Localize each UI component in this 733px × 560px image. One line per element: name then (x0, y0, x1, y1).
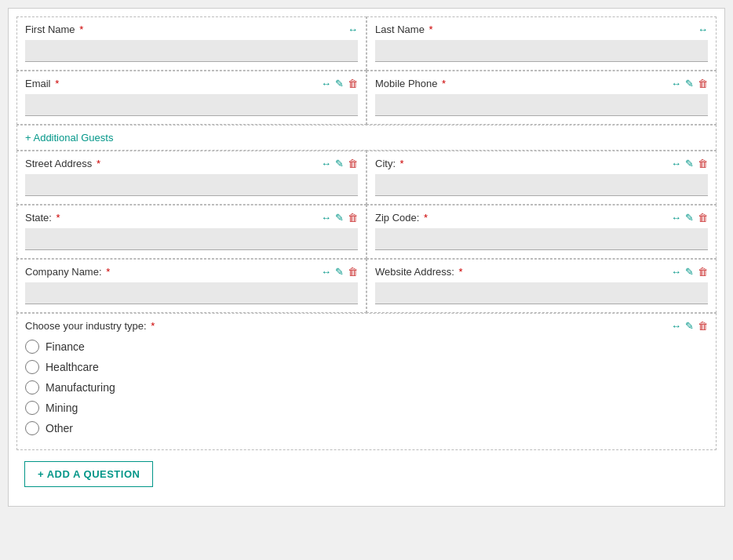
website-edit-icon[interactable]: ✎ (685, 266, 694, 278)
city-delete-icon[interactable]: 🗑 (698, 158, 708, 169)
radio-manufacturing[interactable] (25, 380, 39, 395)
mobile-required: * (439, 78, 447, 89)
row-name: First Name * ↔ Last Name * ↔ (16, 16, 717, 71)
radio-mining[interactable] (25, 401, 39, 415)
company-required: * (104, 266, 111, 278)
state-delete-icon[interactable]: 🗑 (348, 212, 358, 224)
zip-label-row: Zip Code: * ↔ ✎ 🗑 (375, 212, 708, 224)
email-input[interactable] (25, 94, 358, 116)
company-delete-icon[interactable]: 🗑 (348, 266, 358, 278)
email-actions: ↔ ✎ 🗑 (321, 78, 358, 89)
industry-option-other: Other (25, 421, 708, 435)
mobile-delete-icon[interactable]: 🗑 (698, 78, 708, 89)
mobile-phone-input[interactable] (375, 94, 708, 116)
company-label: Company Name: * (25, 266, 110, 278)
row-company-website: Company Name: * ↔ ✎ 🗑 Website Address: *… (16, 259, 717, 313)
first-name-input[interactable] (25, 40, 358, 62)
email-edit-icon[interactable]: ✎ (335, 78, 344, 89)
city-label: City: * (375, 158, 404, 169)
company-edit-icon[interactable]: ✎ (335, 266, 344, 278)
radio-other[interactable] (25, 421, 39, 435)
radio-finance[interactable] (25, 340, 39, 354)
email-required: * (53, 78, 60, 89)
city-label-row: City: * ↔ ✎ 🗑 (375, 158, 708, 169)
email-arrows-icon[interactable]: ↔ (321, 78, 331, 89)
state-arrows-icon[interactable]: ↔ (321, 212, 331, 224)
email-delete-icon[interactable]: 🗑 (348, 78, 358, 89)
website-label: Website Address: * (375, 266, 463, 278)
industry-arrows-icon[interactable]: ↔ (671, 320, 681, 332)
form-container: First Name * ↔ Last Name * ↔ (8, 8, 725, 507)
row-additional-guests: + Additional Guests (16, 125, 717, 151)
cell-industry: Choose your industry type: * ↔ ✎ 🗑 Finan… (16, 313, 717, 450)
street-label: Street Address * (25, 158, 100, 169)
cell-city: City: * ↔ ✎ 🗑 (366, 151, 717, 205)
last-name-label: Last Name * (375, 24, 433, 35)
mobile-arrows-icon[interactable]: ↔ (671, 78, 681, 89)
street-actions: ↔ ✎ 🗑 (321, 158, 358, 169)
website-required: * (456, 266, 463, 278)
zip-code-input[interactable] (375, 228, 708, 250)
industry-required: * (148, 320, 155, 332)
add-question-container: + ADD A QUESTION (16, 450, 717, 498)
industry-edit-icon[interactable]: ✎ (685, 320, 694, 332)
last-name-actions: ↔ (698, 24, 708, 35)
last-name-required: * (426, 24, 433, 35)
website-arrows-icon[interactable]: ↔ (671, 266, 681, 278)
industry-delete-icon[interactable]: 🗑 (698, 320, 708, 332)
street-delete-icon[interactable]: 🗑 (348, 158, 358, 169)
radio-finance-label: Finance (46, 340, 85, 353)
industry-option-mining: Mining (25, 401, 708, 415)
website-address-input[interactable] (375, 282, 708, 304)
mobile-edit-icon[interactable]: ✎ (685, 78, 694, 89)
state-actions: ↔ ✎ 🗑 (321, 212, 358, 224)
city-edit-icon[interactable]: ✎ (685, 158, 694, 169)
website-label-row: Website Address: * ↔ ✎ 🗑 (375, 266, 708, 278)
state-label-row: State: * ↔ ✎ 🗑 (25, 212, 358, 224)
radio-manufacturing-label: Manufacturing (46, 381, 115, 394)
cell-website: Website Address: * ↔ ✎ 🗑 (366, 259, 717, 313)
state-required: * (53, 212, 60, 224)
street-address-input[interactable] (25, 174, 358, 196)
first-name-required: * (77, 24, 84, 35)
add-question-button[interactable]: + ADD A QUESTION (24, 461, 153, 487)
cell-state: State: * ↔ ✎ 🗑 (16, 205, 366, 259)
mobile-label: Mobile Phone * (375, 78, 446, 89)
city-arrows-icon[interactable]: ↔ (671, 158, 681, 169)
mobile-label-row: Mobile Phone * ↔ ✎ 🗑 (375, 78, 708, 89)
cell-first-name: First Name * ↔ (16, 16, 366, 71)
industry-option-finance: Finance (25, 340, 708, 354)
zip-edit-icon[interactable]: ✎ (685, 212, 694, 224)
street-edit-icon[interactable]: ✎ (335, 158, 344, 169)
state-input[interactable] (25, 228, 358, 250)
company-arrows-icon[interactable]: ↔ (321, 266, 331, 278)
zip-required: * (421, 212, 428, 224)
zip-delete-icon[interactable]: 🗑 (698, 212, 708, 224)
zip-arrows-icon[interactable]: ↔ (671, 212, 681, 224)
row-industry: Choose your industry type: * ↔ ✎ 🗑 Finan… (16, 313, 717, 450)
cell-email: Email * ↔ ✎ 🗑 (16, 71, 366, 125)
company-label-row: Company Name: * ↔ ✎ 🗑 (25, 266, 358, 278)
row-state-zip: State: * ↔ ✎ 🗑 Zip Code: * ↔ ✎ 🗑 (16, 205, 717, 259)
state-edit-icon[interactable]: ✎ (335, 212, 344, 224)
first-name-label: First Name * (25, 24, 83, 35)
website-delete-icon[interactable]: 🗑 (698, 266, 708, 278)
cell-company-name: Company Name: * ↔ ✎ 🗑 (16, 259, 366, 313)
first-name-actions: ↔ (348, 24, 358, 35)
radio-healthcare[interactable] (25, 360, 39, 374)
street-arrows-icon[interactable]: ↔ (321, 158, 331, 169)
email-label-row: Email * ↔ ✎ 🗑 (25, 78, 358, 89)
row-email-phone: Email * ↔ ✎ 🗑 Mobile Phone * ↔ ✎ 🗑 (16, 71, 717, 125)
industry-option-healthcare: Healthcare (25, 360, 708, 374)
website-actions: ↔ ✎ 🗑 (671, 266, 708, 278)
last-name-arrows-icon[interactable]: ↔ (698, 24, 708, 35)
last-name-input[interactable] (375, 40, 708, 62)
company-name-input[interactable] (25, 282, 358, 304)
additional-guests-link[interactable]: + Additional Guests (16, 125, 717, 151)
radio-other-label: Other (46, 422, 73, 435)
city-input[interactable] (375, 174, 708, 196)
industry-actions: ↔ ✎ 🗑 (671, 320, 708, 332)
first-name-arrows-icon[interactable]: ↔ (348, 24, 358, 35)
company-actions: ↔ ✎ 🗑 (321, 266, 358, 278)
zip-actions: ↔ ✎ 🗑 (671, 212, 708, 224)
